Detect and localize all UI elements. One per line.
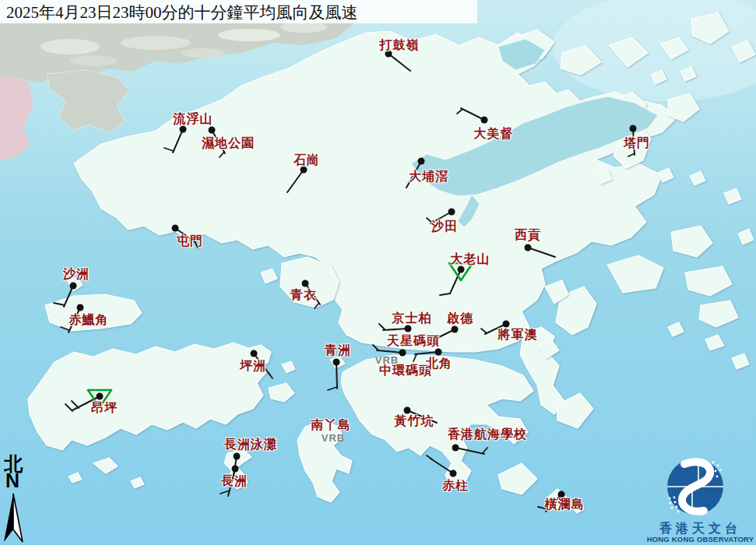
urban-texture: [181, 48, 224, 58]
station-dot[interactable]: [418, 158, 425, 165]
station-dot[interactable]: [97, 393, 104, 400]
station-dot[interactable]: [452, 326, 459, 333]
station-dot[interactable]: [172, 225, 179, 232]
station-dot[interactable]: [180, 126, 187, 133]
hong-kong-map: [0, 0, 756, 545]
urban-texture: [40, 39, 100, 54]
north-letter-label: N: [5, 469, 19, 492]
title-bar: 2025年4月23日23時00分的十分鐘平均風向及風速: [0, 0, 477, 23]
north-arrow-icon: [2, 492, 28, 545]
urban-texture: [70, 55, 117, 66]
station-dot[interactable]: [448, 209, 455, 216]
station-dot[interactable]: [234, 453, 241, 460]
station-dot[interactable]: [558, 491, 565, 498]
station-dot[interactable]: [70, 283, 77, 290]
station-dot[interactable]: [481, 117, 488, 124]
hko-logo: 香港天文台 HONG KONG OBSERVATORY: [645, 454, 756, 545]
station-dot[interactable]: [251, 350, 258, 357]
station-dot[interactable]: [435, 349, 442, 356]
station-dot[interactable]: [385, 51, 392, 58]
station-dot[interactable]: [77, 304, 84, 311]
station-dot[interactable]: [452, 445, 459, 452]
wind-map-screen: 流浮山濕地公園打鼓嶺大美督塔門大埔滘石崗沙田西貢屯門沙洲赤鱲角昂坪青衣坪洲青洲京…: [0, 0, 756, 545]
urban-texture: [280, 22, 327, 33]
station-dot[interactable]: [301, 167, 308, 174]
station-dot[interactable]: [525, 244, 532, 251]
north-compass: 北 N: [0, 452, 34, 545]
station-dot[interactable]: [458, 266, 465, 273]
station-dot[interactable]: [302, 280, 309, 287]
urban-texture: [218, 29, 280, 41]
station-dot[interactable]: [333, 359, 340, 366]
map-title: 2025年4月23日23時00分的十分鐘平均風向及風速: [6, 2, 358, 23]
station-dot[interactable]: [209, 127, 216, 134]
hko-logo-english: HONG KONG OBSERVATORY: [645, 535, 756, 543]
station-dot[interactable]: [232, 466, 239, 473]
station-dot[interactable]: [450, 470, 457, 477]
wind-barb-shaft: [336, 362, 337, 389]
urban-texture: [121, 36, 191, 50]
station-dot[interactable]: [405, 325, 412, 332]
station-dot[interactable]: [630, 125, 637, 132]
station-dot[interactable]: [399, 350, 406, 357]
station-dot[interactable]: [503, 321, 510, 328]
station-dot[interactable]: [404, 407, 411, 414]
